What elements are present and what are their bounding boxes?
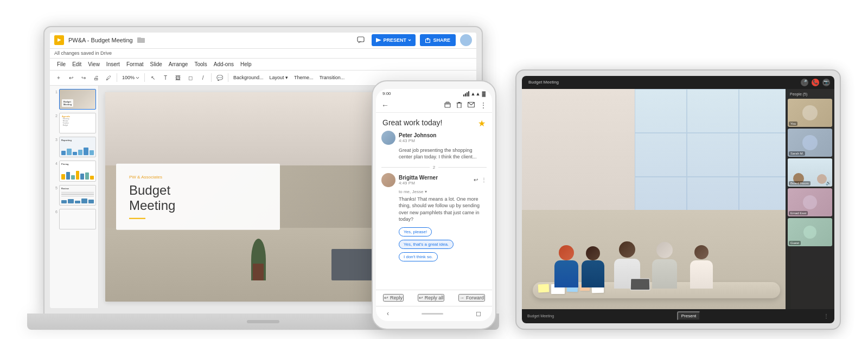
meet-mic-button[interactable]: 🎤	[801, 79, 808, 86]
menu-format[interactable]: Format	[124, 60, 146, 68]
paint-format-button[interactable]: 🖊	[103, 72, 114, 83]
background-button[interactable]: Background...	[231, 72, 266, 83]
menu-edit[interactable]: Edit	[69, 60, 84, 68]
participant-thumb-1: You	[788, 99, 832, 127]
slide-thumb-2[interactable]: 2 Agenda · Planning · Review · Timeline …	[52, 113, 96, 133]
image-tool[interactable]: 🖼	[173, 72, 183, 83]
forward-button[interactable]: → Forward	[458, 294, 485, 302]
menu-view[interactable]: View	[85, 60, 103, 68]
delete-icon[interactable]	[456, 101, 462, 110]
phone-body: 9:00 ▲▲ ▓ ←	[372, 80, 496, 330]
toolbar-sep-4	[228, 73, 228, 82]
reply-all-button[interactable]: ↩ Reply all	[418, 294, 445, 302]
slide-preview-4[interactable]: Pricing	[59, 161, 96, 181]
reply-icon: ↩	[474, 177, 478, 183]
slide-thumb-3[interactable]: 3 Reporting	[52, 137, 96, 157]
slide-thumb-1[interactable]: 1 BudgetMeeting	[52, 89, 96, 110]
layout-button[interactable]: Layout ▾	[267, 72, 291, 83]
slide-thumb-4[interactable]: 4 Pricing	[52, 161, 96, 181]
laptop-on-table	[630, 278, 650, 290]
shape-tool[interactable]: ◻	[185, 72, 196, 83]
slide-preview-5[interactable]: Review	[59, 185, 96, 206]
phone-nav-back[interactable]: ‹	[387, 310, 389, 317]
zoom-out-button[interactable]: +	[53, 72, 64, 83]
present-button[interactable]: PRESENT	[372, 34, 416, 46]
menu-arrange[interactable]: Arrange	[166, 60, 191, 68]
meet-info-text: Budget Meeting	[527, 314, 554, 318]
phone-nav-square[interactable]: ◻	[476, 310, 481, 317]
slide-preview-3[interactable]: Reporting	[59, 137, 96, 157]
slide-company-name: PW & Associates	[129, 174, 267, 179]
menu-file[interactable]: File	[54, 60, 68, 68]
slides-menubar: File Edit View Insert Format Slide Arran…	[50, 59, 476, 71]
meet-participants-panel: People (5) You	[786, 89, 834, 309]
comment-tool[interactable]: 💬	[214, 72, 225, 83]
menu-help[interactable]: Help	[238, 60, 254, 68]
slide-thumb-5[interactable]: 5 Review	[52, 185, 96, 206]
meet-present-button[interactable]: Present	[677, 311, 701, 321]
slide-thumb-6[interactable]: 6	[52, 209, 96, 229]
email-thread: Peter Johnson 4:43 PM Great job presenti…	[376, 131, 492, 290]
text-tool[interactable]: T	[160, 72, 171, 83]
transition-button[interactable]: Transition...	[317, 72, 347, 83]
user-avatar	[460, 34, 472, 46]
participant-thumb-5: Guest	[788, 218, 832, 246]
slides-title: PW&A - Budget Meeting	[68, 37, 133, 43]
menu-tools[interactable]: Tools	[192, 60, 209, 68]
select-tool[interactable]: ↖	[148, 72, 158, 83]
more-icon[interactable]: ⋮	[481, 177, 487, 183]
more-vert-icon[interactable]: ⋮	[480, 101, 487, 110]
star-icon[interactable]: ★	[478, 118, 486, 129]
svg-rect-3	[445, 103, 450, 107]
participant-thumb-2: Sarah M.	[788, 129, 832, 157]
slide-preview-2[interactable]: Agenda · Planning · Review · Timeline · …	[59, 113, 96, 133]
window-background	[635, 89, 791, 221]
email-actions-bar: ↩ Reply ↩ Reply all → Forward	[376, 290, 492, 306]
battery-icon: ▓	[482, 91, 486, 97]
reply-button[interactable]: ↩ Reply	[383, 294, 404, 302]
slide-preview-6[interactable]	[59, 209, 96, 229]
sender-info-2: Brigitta Werner 4:49 PM	[399, 175, 470, 186]
smart-reply-no[interactable]: I don't think so.	[399, 252, 438, 261]
wifi-icon: ▲▲	[471, 91, 481, 97]
sender-name-1: Peter Johnson	[399, 132, 487, 138]
phone-home-bar[interactable]	[422, 313, 443, 315]
menu-insert[interactable]: Insert	[104, 60, 123, 68]
zoom-dropdown[interactable]: 100%	[120, 72, 142, 83]
participant-name-3: Board Room	[789, 181, 810, 186]
undo-button[interactable]: ↩	[66, 72, 76, 83]
svg-rect-0	[358, 37, 364, 42]
menu-slide[interactable]: Slide	[148, 60, 165, 68]
sender-info-1: Peter Johnson 4:43 PM	[399, 132, 487, 143]
participant-name-2: Sarah M.	[789, 151, 805, 156]
participant-name-4: Emad East	[789, 211, 808, 215]
person-2	[582, 246, 604, 287]
theme-button[interactable]: Theme...	[292, 72, 316, 83]
email-subject: ★ Great work today!	[376, 113, 492, 131]
email-body-2: Thanks! That means a lot. One more thing…	[399, 196, 487, 223]
sender-avatar-1	[381, 131, 395, 145]
mail-icon[interactable]	[468, 101, 475, 110]
toolbar-sep-1	[117, 73, 117, 82]
meet-call-title: Budget Meeting	[526, 80, 559, 85]
redo-button[interactable]: ↪	[78, 72, 89, 83]
comment-button[interactable]	[354, 34, 367, 47]
print-button[interactable]: 🖨	[91, 72, 101, 83]
meet-end-call-button[interactable]: 📞	[812, 79, 819, 86]
phone-device: 9:00 ▲▲ ▓ ←	[372, 80, 496, 330]
menu-addons[interactable]: Add-ons	[211, 60, 237, 68]
slide-preview-1[interactable]: BudgetMeeting	[59, 89, 96, 110]
signal-icon	[463, 91, 469, 97]
smart-reply-yes-please[interactable]: Yes, please!	[399, 227, 432, 236]
phone-back-button[interactable]: ←	[381, 101, 389, 110]
meet-more-options-button[interactable]: ⋮	[824, 313, 829, 319]
meet-camera-button[interactable]: 📷	[822, 79, 830, 86]
sender-name-2: Brigitta Werner	[399, 175, 470, 181]
meet-main-area: People (5) You	[522, 89, 834, 309]
email-message-2: Brigitta Werner 4:49 PM ↩ ⋮ to me, Jesse…	[381, 173, 487, 261]
line-tool[interactable]: /	[197, 72, 208, 83]
smart-reply-great-idea[interactable]: Yes, that's a great idea.	[399, 240, 454, 249]
meet-people-label: People (5)	[788, 91, 832, 97]
archive-icon[interactable]	[444, 101, 451, 110]
share-button[interactable]: SHARE	[420, 34, 456, 46]
